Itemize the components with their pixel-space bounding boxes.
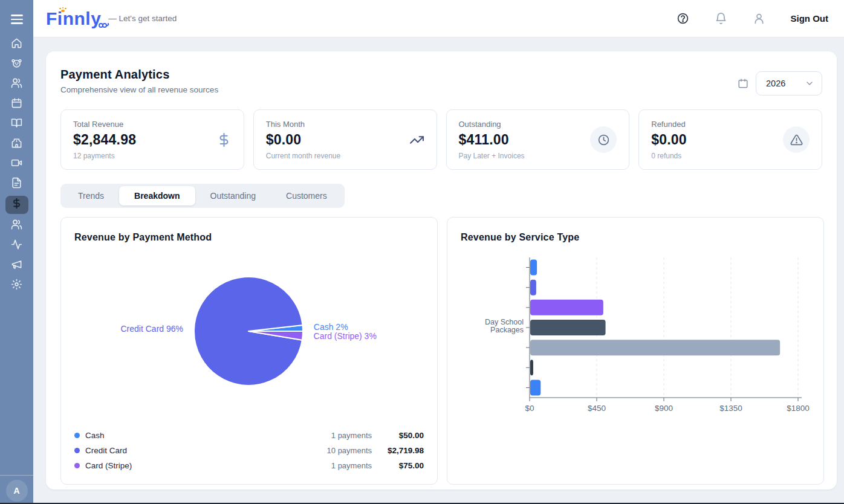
sidebar-item-marketing[interactable] [5,257,28,274]
home-icon [11,37,22,51]
x-tick-label: $1800 [787,404,810,413]
stat-label: Outstanding [459,120,525,129]
staff-icon [11,219,22,233]
x-tick-label: $900 [655,404,673,413]
stat-sub: Current month revenue [266,152,340,160]
pie-slice-label: Credit Card 96% [121,324,184,334]
year-select-value: 2026 [766,79,785,88]
sidebar-footer: A [0,475,33,504]
payment-analytics-panel: Payment Analytics Comprehensive view of … [46,51,837,489]
sidebar-item-video[interactable] [5,156,28,172]
sidebar-item-staff[interactable] [5,218,28,234]
calendar-icon [738,78,748,89]
logo[interactable]: Finnly [46,10,101,28]
pie-slice-label: Cash 2% [314,322,348,332]
sidebar-item-activity[interactable] [5,237,28,254]
trending-up-icon [409,132,424,147]
bell-icon[interactable] [715,12,727,25]
main-content: Payment Analytics Comprehensive view of … [33,37,844,504]
bar [530,360,533,375]
legend-payments: 10 payments [327,446,372,455]
legend-label: Card (Stripe) [85,461,132,470]
book-open-icon [11,117,22,131]
category-label: Day SchoolPackages [485,318,524,334]
stat-value: $411.00 [459,132,525,148]
legend-payments: 1 payments [331,461,372,470]
sidebar-item-classes[interactable] [5,116,28,132]
pet-icon [11,57,22,71]
tab-breakdown[interactable]: Breakdown [119,186,195,205]
sidebar-nav [5,36,28,294]
tab-customers[interactable]: Customers [271,186,342,205]
stat-value: $2,844.98 [73,132,136,148]
avatar[interactable]: A [6,480,28,502]
stat-card-refunded: Refunded $0.00 0 refunds [638,109,822,170]
sign-out-button[interactable]: Sign Out [791,13,829,24]
file-text-icon [11,177,22,191]
paw-icon [59,7,67,13]
service-type-chart-card: Revenue by Service Type Day SchoolPackag… [447,217,824,485]
legend-dot-icon [74,448,80,453]
bar-chart-title: Revenue by Service Type [461,232,810,243]
dollar-icon [216,132,232,147]
bar [530,260,537,276]
stat-label: Refunded [651,120,687,129]
stat-value: $0.00 [651,132,687,148]
stat-cards: Total Revenue $2,844.98 12 payments This… [60,109,822,170]
sidebar-item-documents[interactable] [5,176,28,192]
legend-row: Credit Card10 payments$2,719.98 [74,443,424,458]
legend-dot-icon [74,463,80,468]
pie-chart-title: Revenue by Payment Method [74,232,424,243]
legend-amount: $2,719.98 [372,446,424,455]
bar [530,380,540,395]
x-tick-label: $450 [588,404,606,413]
bar [530,300,603,315]
tab-trends[interactable]: Trends [63,186,119,205]
stat-sub: 12 payments [73,152,136,160]
sidebar-item-schedule[interactable] [5,96,28,112]
stat-sub: 0 refunds [651,152,687,160]
page-title: Payment Analytics [60,68,218,82]
school-icon [11,137,22,151]
stat-card-this-month: This Month $0.00 Current month revenue [253,109,437,170]
dollar-icon [11,198,22,212]
users-icon [11,77,22,91]
legend-payments: 1 payments [331,431,372,440]
stat-label: Total Revenue [73,120,136,129]
sidebar-item-settings[interactable] [5,277,28,294]
service-type-bar-chart: Day SchoolPackages$0$450$900$1350$1800 [461,254,810,422]
stat-value: $0.00 [266,132,340,148]
logo-tail-icon [98,20,111,31]
sidebar-item-dayschool[interactable] [5,136,28,152]
sidebar-item-home[interactable] [5,36,28,53]
help-icon[interactable] [677,12,689,25]
sidebar-item-clients[interactable] [5,76,28,92]
alert-triangle-icon [783,126,810,153]
bar [530,280,536,296]
legend-label: Credit Card [85,446,127,455]
stat-card-outstanding: Outstanding $411.00 Pay Later + Invoices [446,109,630,170]
bar [530,340,780,355]
calendar-icon [11,97,22,111]
video-icon [11,157,22,171]
legend-label: Cash [85,431,105,440]
legend-dot-icon [74,433,80,438]
app-window: A Finnly — Let's get started Sign Out [0,0,844,504]
user-icon[interactable] [753,12,765,25]
sidebar-item-payments[interactable] [5,196,28,214]
stat-card-total-revenue: Total Revenue $2,844.98 12 payments [60,109,244,170]
tab-outstanding[interactable]: Outstanding [195,186,271,205]
analytics-tabs: Trends Breakdown Outstanding Customers [60,184,345,208]
stat-sub: Pay Later + Invoices [459,152,525,160]
logo-text: Finnly [46,10,101,28]
payment-method-legend: Cash1 payments$50.00Credit Card10 paymen… [74,428,424,473]
megaphone-icon [11,259,22,273]
sidebar-item-pets[interactable] [5,56,28,73]
x-tick-label: $0 [525,404,534,413]
chevron-down-icon [805,79,814,88]
page-subtitle: Comprehensive view of all revenue source… [60,85,218,94]
legend-row: Card (Stripe)1 payments$75.00 [74,458,424,473]
top-header: Finnly — Let's get started Sign Out [33,0,844,37]
year-select[interactable]: 2026 [756,71,822,95]
menu-toggle-icon[interactable] [11,15,23,24]
